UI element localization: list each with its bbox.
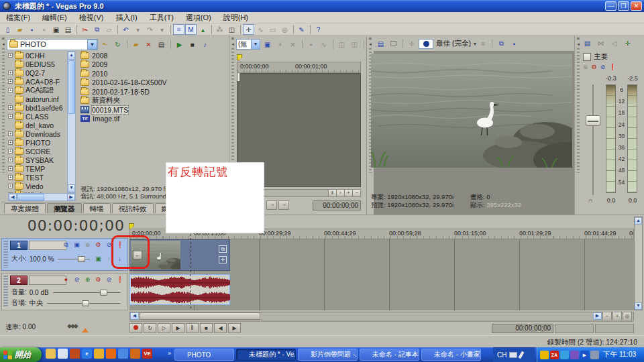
- toolbar-icon[interactable]: ✎: [296, 24, 307, 35]
- chevron-down-icon[interactable]: ▼: [251, 40, 260, 49]
- menu-item[interactable]: 檢視(V): [73, 13, 110, 23]
- transport-button[interactable]: ◀: [214, 323, 227, 333]
- transport-button[interactable]: ▶: [228, 323, 241, 333]
- task-button[interactable]: 未標題的 * - Ve...: [236, 349, 296, 361]
- toolbar-icon[interactable]: ▴: [197, 24, 209, 35]
- track-icon[interactable]: ⊘: [72, 276, 81, 284]
- file-item[interactable]: 2010-02-16-18-CX500V: [80, 78, 229, 88]
- explorer-toolbar-icon[interactable]: ▤: [156, 39, 167, 50]
- scroll-up-icon[interactable]: ▲: [68, 52, 75, 60]
- tree-item[interactable]: + TEST: [8, 173, 67, 182]
- preview-quality-color-icon[interactable]: [419, 39, 433, 49]
- toolbar-icon[interactable]: ▤: [62, 24, 74, 35]
- scroll-thumb[interactable]: [68, 60, 75, 114]
- selection-start-field[interactable]: [555, 324, 594, 333]
- file-item[interactable]: 2010: [80, 69, 229, 78]
- expander-icon[interactable]: +: [8, 131, 13, 136]
- file-item[interactable]: TIF Image.tif: [80, 115, 229, 124]
- tree-item[interactable]: + SYSBAK: [8, 156, 67, 164]
- task-button[interactable]: 未命名 - 小畫家: [421, 349, 481, 361]
- trimmer-toolbar-icon[interactable]: ⚡: [274, 39, 286, 50]
- quick-launch-icon[interactable]: [94, 349, 104, 359]
- track-name-field[interactable]: [29, 241, 66, 250]
- pen-icon[interactable]: [519, 351, 525, 359]
- panel-grip[interactable]: ✕◂: [0, 36, 7, 215]
- menu-item[interactable]: 檔案(F): [0, 13, 36, 23]
- preview-toolbar-icon[interactable]: 🖵: [388, 38, 399, 49]
- track-icon[interactable]: ⚙: [94, 276, 103, 284]
- explorer-toolbar-icon[interactable]: ■: [186, 39, 198, 50]
- toolbar-icon[interactable]: M: [185, 24, 197, 35]
- scroll-thumb[interactable]: [17, 194, 44, 200]
- tree-item[interactable]: + Downloads: [8, 129, 67, 138]
- audio-event[interactable]: [129, 274, 230, 305]
- track-icon[interactable]: ⧉: [62, 241, 70, 249]
- mixer-toolbar-icon[interactable]: ▤: [582, 38, 593, 48]
- toolbar-icon[interactable]: [74, 24, 78, 35]
- track-icon[interactable]: ⊕: [83, 241, 92, 249]
- expander-icon[interactable]: +: [8, 79, 13, 84]
- track-icon[interactable]: ⊕: [83, 276, 92, 284]
- trimmer-select-arrow-button[interactable]: ⇥: [278, 200, 289, 210]
- video-track-header[interactable]: 1 ⧉▣⊕⚙⊘❗ 大小: 100.0 % ▣↑↓: [1, 238, 128, 271]
- toolbar-icon[interactable]: ▯: [2, 24, 13, 35]
- trimmer-scroll-button[interactable]: ›: [336, 190, 344, 196]
- quick-launch-icon[interactable]: [58, 349, 68, 359]
- scroll-down-icon[interactable]: ▼: [635, 302, 642, 310]
- scroll-up-icon[interactable]: ▲: [635, 217, 642, 225]
- dock-tab[interactable]: 專案媒體: [4, 203, 46, 213]
- pan-value[interactable]: 中央: [30, 298, 43, 308]
- explorer-toolbar-icon[interactable]: ⬑: [99, 39, 111, 50]
- task-button[interactable]: PHOTO: [174, 349, 234, 361]
- mixer-toolbar-icon[interactable]: ✛: [622, 38, 633, 48]
- menu-item[interactable]: 選項(O): [180, 13, 217, 23]
- tray-icon[interactable]: [570, 351, 579, 359]
- trimmer-scroll-button[interactable]: +: [344, 190, 352, 196]
- tree-horizontal-scrollbar[interactable]: ◀ ▶: [8, 193, 76, 201]
- start-button[interactable]: 開始: [0, 347, 42, 362]
- explorer-toolbar-icon[interactable]: ↻: [112, 39, 123, 50]
- file-item[interactable]: 新資料夾: [80, 97, 229, 106]
- dock-tab[interactable]: 視訊特效: [112, 203, 154, 213]
- scroll-thumb[interactable]: [140, 312, 260, 320]
- toolbar-icon[interactable]: ▭: [267, 24, 278, 35]
- event-fx-icon[interactable]: ✛: [219, 256, 227, 263]
- pan-slider[interactable]: [47, 300, 120, 306]
- tree-item[interactable]: + 0CHH: [8, 51, 67, 60]
- trimmer-toolbar-icon[interactable]: [362, 39, 366, 50]
- track-name-field[interactable]: [29, 276, 66, 285]
- bus-minimize-icon[interactable]: [583, 53, 591, 61]
- tray-icon[interactable]: [540, 351, 549, 359]
- transport-timecode[interactable]: 00:00:00;00: [492, 324, 553, 333]
- toolbar-icon[interactable]: ◫: [226, 24, 237, 35]
- quick-launch-icon[interactable]: e: [82, 349, 92, 359]
- bus-icon[interactable]: ⊕: [583, 64, 588, 70]
- toolbar-icon[interactable]: ?: [313, 24, 324, 35]
- menu-item[interactable]: 說明(H): [217, 13, 254, 23]
- scroll-left-icon[interactable]: ◀: [9, 194, 17, 200]
- preview-toolbar-icon[interactable]: [490, 38, 494, 49]
- trimmer-toolbar-icon[interactable]: ▣: [262, 39, 273, 50]
- explorer-toolbar-icon[interactable]: [125, 39, 129, 50]
- trimmer-ruler[interactable]: 0:00:00;0000:00:01;00: [237, 62, 361, 73]
- quick-launch-icon[interactable]: [106, 349, 116, 359]
- toolbar-icon[interactable]: ✛: [243, 24, 254, 35]
- track-icon[interactable]: ❗: [115, 276, 124, 284]
- toolbar-icon[interactable]: [238, 24, 242, 35]
- tree-item[interactable]: + del_kavo: [8, 121, 67, 129]
- audio-track-header[interactable]: 2 ●⊘⊕⚙⊘❗ 音量: 0.0 dB 音場: 中央: [1, 273, 128, 310]
- tree-item[interactable]: + autorun.inf: [8, 95, 67, 103]
- dock-tab[interactable]: 瀏覽器: [47, 203, 82, 213]
- toolbar-icon[interactable]: ✂: [79, 24, 91, 35]
- trimmer-select-arrow-button[interactable]: ⇥: [266, 200, 277, 210]
- toolbar-icon[interactable]: ▣: [50, 24, 62, 35]
- transport-button[interactable]: ↻: [144, 323, 156, 333]
- track-icon[interactable]: ⊘: [105, 276, 113, 284]
- expander-icon[interactable]: +: [8, 166, 13, 171]
- track-number[interactable]: 2: [10, 276, 28, 285]
- tree-item[interactable]: + CLASS: [8, 112, 67, 121]
- quick-launch-icon[interactable]: [70, 349, 80, 359]
- scroll-down-icon[interactable]: ▼: [68, 184, 75, 192]
- explorer-toolbar-icon[interactable]: ♪: [199, 39, 211, 50]
- fader-lock-icon[interactable]: ∩: [588, 197, 592, 204]
